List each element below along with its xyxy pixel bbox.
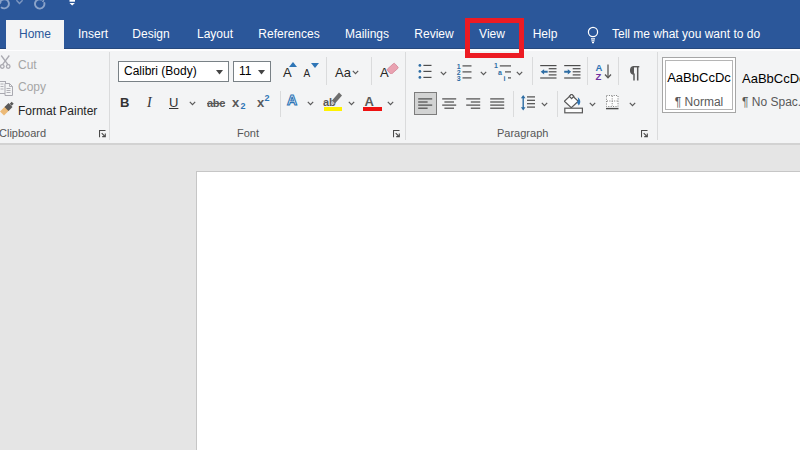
svg-text:3: 3 [456, 75, 460, 82]
svg-text:A: A [287, 93, 297, 106]
svg-text:a: a [498, 68, 502, 75]
svg-text:i: i [504, 75, 506, 82]
svg-text:Z: Z [595, 70, 601, 80]
